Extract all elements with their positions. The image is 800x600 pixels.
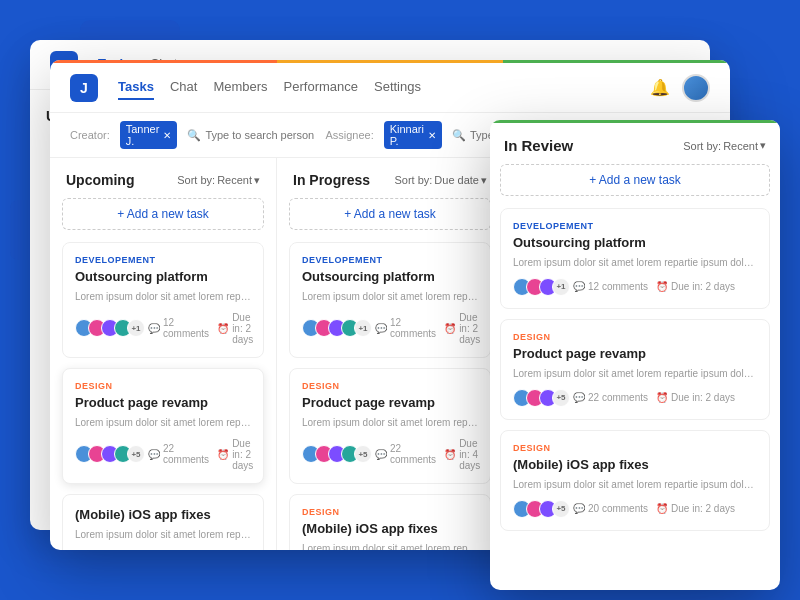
inreview-detail-title: In Review [504, 137, 573, 154]
inprogress-title: In Progress [293, 172, 370, 188]
task-desc: Lorem ipsum dolor sit amet lorem reparti… [302, 416, 478, 430]
user-avatar[interactable] [682, 74, 710, 102]
task-avatars: +1 [302, 319, 367, 337]
creator-search-input[interactable] [205, 129, 315, 141]
task-title: Outsourcing platform [75, 269, 251, 286]
task-avatars: +1 [513, 278, 565, 296]
task-desc: Lorem ipsum dolor sit amet lorem reparti… [513, 256, 757, 270]
task-title: (Mobile) iOS app fixes [302, 521, 478, 538]
comment-label: 12 comments [390, 317, 436, 339]
task-title: Product page revamp [75, 395, 251, 412]
sort-label: Sort by: [683, 140, 721, 152]
nav-item-tasks[interactable]: Tasks [118, 75, 154, 100]
detail-task-2[interactable]: DESIGN Product page revamp Lorem ipsum d… [500, 319, 770, 420]
comment-label: 22 comments [163, 443, 209, 465]
assignee-tag-remove[interactable]: ✕ [428, 130, 436, 141]
bell-icon[interactable]: 🔔 [650, 78, 670, 97]
task-meta: +5 💬 20 comments ⏰ Due in: 2 days [513, 500, 757, 518]
creator-tag-remove[interactable]: ✕ [163, 130, 171, 141]
clock-icon: ⏰ [444, 449, 456, 460]
clock-icon: ⏰ [656, 503, 668, 514]
upcoming-sort-value: Recent [217, 174, 252, 186]
inreview-detail-add[interactable]: + Add a new task [500, 164, 770, 196]
due-date: ⏰ Due in: 2 days [217, 312, 253, 345]
task-card-ios2[interactable]: DESIGN (Mobile) iOS app fixes Lorem ipsu… [289, 494, 491, 550]
clock-icon: ⏰ [656, 281, 668, 292]
upcoming-sort[interactable]: Sort by: Recent ▾ [177, 174, 260, 187]
task-card-op2[interactable]: DEVELOPEMENT Outsourcing platform Lorem … [289, 242, 491, 358]
task-meta: +1 💬 12 comments ⏰ Due in: 2 days [75, 312, 251, 345]
task-tag: DESIGN [75, 381, 251, 391]
chevron-down-icon: ▾ [760, 139, 766, 152]
task-tag: DESIGN [302, 507, 478, 517]
task-title: (Mobile) iOS app fixes [513, 457, 757, 474]
app-logo: J [70, 74, 98, 102]
task-card-ios[interactable]: (Mobile) iOS app fixes Lorem ipsum dolor… [62, 494, 264, 550]
avatar-count: +1 [354, 319, 372, 337]
creator-filter-tag[interactable]: Tanner J. ✕ [120, 121, 178, 149]
assignee-label: Assignee: [325, 129, 373, 141]
due-label: Due in: 2 days [232, 312, 253, 345]
comment-icon: 💬 [375, 323, 387, 334]
search-icon-2: 🔍 [452, 129, 466, 142]
comment-label: 12 comments [588, 281, 648, 292]
task-avatars: +1 [75, 319, 140, 337]
task-avatars: +5 [513, 389, 565, 407]
task-title: Outsourcing platform [513, 235, 757, 252]
task-avatars: +5 [75, 445, 140, 463]
inprogress-sort[interactable]: Sort by: Due date ▾ [394, 174, 487, 187]
comment-count: 💬 20 comments [573, 503, 648, 514]
due-date: ⏰ Due in: 2 days [656, 392, 735, 403]
avatar-count: +1 [127, 319, 145, 337]
due-date: ⏰ Due in: 2 days [217, 438, 253, 471]
nav-item-settings[interactable]: Settings [374, 75, 421, 100]
task-desc: Lorem ipsum dolor sit amet lorem reparti… [75, 416, 251, 430]
task-tag: DESIGN [513, 332, 757, 342]
comment-icon: 💬 [148, 323, 160, 334]
comment-icon: 💬 [573, 392, 585, 403]
comment-count: 💬 22 comments [573, 392, 648, 403]
comment-count: 💬 12 comments [375, 317, 436, 339]
avatar-count: +5 [127, 445, 145, 463]
nav-item-performance[interactable]: Performance [284, 75, 358, 100]
task-title: Product page revamp [513, 346, 757, 363]
task-card[interactable]: DEVELOPEMENT Outsourcing platform Lorem … [62, 242, 264, 358]
task-tag: DESIGN [513, 443, 757, 453]
task-desc: Lorem ipsum dolor sit amet lorem reparti… [513, 367, 757, 381]
task-avatars: +5 [513, 500, 565, 518]
inprogress-sort-value: Due date [434, 174, 479, 186]
detail-task-3[interactable]: DESIGN (Mobile) iOS app fixes Lorem ipsu… [500, 430, 770, 531]
task-meta: +5 💬 22 comments ⏰ Due in: 2 days [513, 389, 757, 407]
task-desc: Lorem ipsum dolor sit amet lorem reparti… [75, 290, 251, 304]
inreview-detail-column: In Review Sort by: Recent ▾ + Add a new … [490, 123, 780, 541]
avatar-count: +5 [552, 500, 570, 518]
comment-label: 12 comments [163, 317, 209, 339]
upcoming-add-task[interactable]: + Add a new task [62, 198, 264, 230]
task-card-design[interactable]: DESIGN Product page revamp Lorem ipsum d… [62, 368, 264, 484]
inreview-detail-card: In Review Sort by: Recent ▾ + Add a new … [490, 120, 780, 590]
task-title: (Mobile) iOS app fixes [75, 507, 251, 524]
creator-search[interactable]: 🔍 [187, 129, 315, 142]
task-title: Outsourcing platform [302, 269, 478, 286]
task-desc: Lorem ipsum dolor sit amet lorem reparti… [513, 478, 757, 492]
nav-item-members[interactable]: Members [213, 75, 267, 100]
inreview-detail-sort[interactable]: Sort by: Recent ▾ [683, 139, 766, 152]
comment-icon: 💬 [573, 281, 585, 292]
assignee-filter-tag[interactable]: Kinnari P. ✕ [384, 121, 442, 149]
due-label: Due in: 2 days [671, 281, 735, 292]
upcoming-title: Upcoming [66, 172, 134, 188]
due-date: ⏰ Due in: 2 days [656, 503, 735, 514]
comment-count: 💬 12 comments [573, 281, 648, 292]
task-meta: +5 💬 22 comments ⏰ Due in: 2 days [75, 438, 251, 471]
avatar-count: +5 [354, 445, 372, 463]
inprogress-add-task[interactable]: + Add a new task [289, 198, 491, 230]
task-card-pr2[interactable]: DESIGN Product page revamp Lorem ipsum d… [289, 368, 491, 484]
nav-item-chat[interactable]: Chat [170, 75, 197, 100]
clock-icon: ⏰ [217, 449, 229, 460]
detail-task-1[interactable]: DEVELOPEMENT Outsourcing platform Lorem … [500, 208, 770, 309]
clock-icon: ⏰ [217, 323, 229, 334]
clock-icon: ⏰ [444, 323, 456, 334]
task-tag: DEVELOPEMENT [302, 255, 478, 265]
clock-icon: ⏰ [656, 392, 668, 403]
due-date: ⏰ Due in: 2 days [656, 281, 735, 292]
